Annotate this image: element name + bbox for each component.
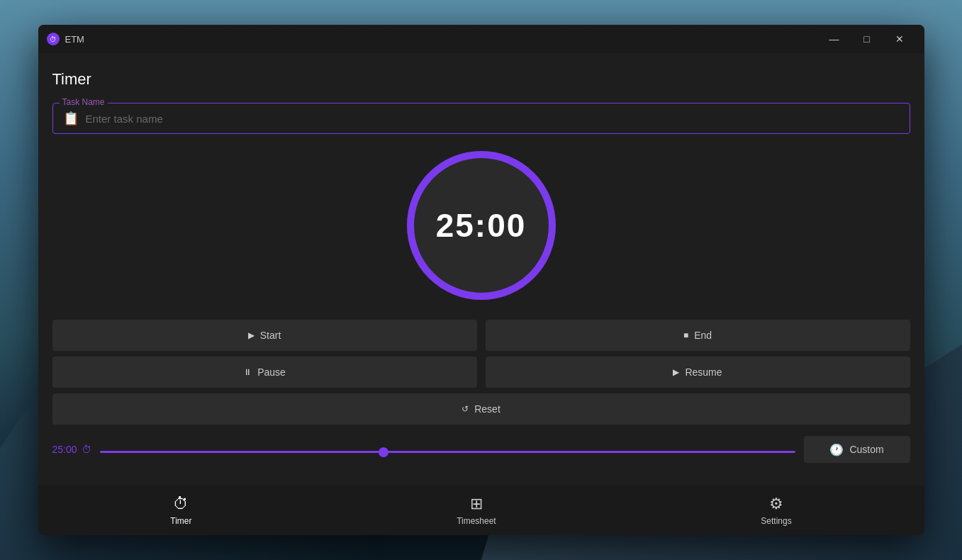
close-button[interactable]: ✕: [883, 28, 916, 50]
pause-button[interactable]: ⏸ Pause: [52, 357, 477, 388]
app-icon: ⏱: [47, 33, 60, 45]
titlebar-controls: — □ ✕: [818, 28, 916, 50]
maximize-button[interactable]: □: [851, 28, 883, 50]
task-icon: 📋: [63, 111, 79, 126]
main-content: Timer Task Name 📋 25:00 ▶ Start: [38, 53, 924, 486]
app-window: ⏱ ETM — □ ✕ Timer Task Name 📋 25:00: [38, 25, 924, 535]
titlebar-left: ⏱ ETM: [47, 33, 84, 45]
app-title-label: ETM: [65, 34, 84, 45]
start-label: Start: [260, 330, 281, 341]
reset-icon: ↺: [462, 404, 469, 414]
custom-clock-icon: 🕐: [829, 443, 844, 457]
resume-button[interactable]: ▶ Resume: [486, 357, 910, 388]
pause-icon: ⏸: [243, 367, 252, 377]
preset-clock-icon: ⏱: [82, 444, 91, 455]
resume-label: Resume: [685, 366, 722, 378]
start-icon: ▶: [248, 330, 255, 340]
timer-nav-label: Timer: [170, 516, 191, 526]
task-name-section: Task Name 📋: [52, 103, 910, 134]
timer-display: 25:00: [436, 206, 527, 245]
timer-circle-section: 25:00: [52, 151, 910, 300]
task-name-input-wrapper: 📋: [52, 103, 910, 134]
pause-label: Pause: [257, 366, 286, 378]
resume-icon: ▶: [673, 367, 679, 377]
settings-nav-label: Settings: [761, 516, 791, 526]
custom-label: Custom: [849, 444, 883, 455]
nav-item-timesheet[interactable]: ⊞ Timesheet: [440, 489, 513, 532]
controls-row-3: ↺ Reset: [52, 393, 910, 425]
preset-slider[interactable]: [100, 451, 795, 453]
settings-nav-icon: ⚙: [769, 495, 783, 513]
timer-nav-icon: ⏱: [173, 495, 189, 513]
controls-section: ▶ Start ■ End ⏸ Pause ▶ Resume: [52, 320, 910, 425]
timesheet-nav-icon: ⊞: [470, 495, 483, 513]
titlebar: ⏱ ETM — □ ✕: [38, 25, 924, 53]
custom-button[interactable]: 🕐 Custom: [804, 436, 910, 463]
task-name-input[interactable]: [86, 113, 900, 125]
timesheet-nav-label: Timesheet: [457, 516, 496, 526]
presets-section: 25:00 ⏱ 🕐 Custom: [52, 436, 910, 463]
nav-item-timer[interactable]: ⏱ Timer: [153, 489, 208, 532]
preset-default[interactable]: 25:00 ⏱: [52, 444, 91, 455]
end-label: End: [694, 330, 712, 341]
preset-slider-wrapper: [100, 443, 795, 456]
start-button[interactable]: ▶ Start: [52, 320, 477, 351]
controls-row-2: ⏸ Pause ▶ Resume: [52, 357, 910, 388]
controls-row-1: ▶ Start ■ End: [52, 320, 910, 351]
end-icon: ■: [683, 330, 688, 340]
bottom-nav: ⏱ Timer ⊞ Timesheet ⚙ Settings: [38, 486, 924, 535]
reset-button[interactable]: ↺ Reset: [52, 393, 910, 425]
nav-item-settings[interactable]: ⚙ Settings: [744, 489, 808, 532]
reset-label: Reset: [474, 403, 500, 415]
timer-circle: 25:00: [407, 151, 556, 300]
end-button[interactable]: ■ End: [486, 320, 910, 351]
app-icon-symbol: ⏱: [50, 35, 57, 43]
preset-time: 25:00: [52, 444, 77, 455]
minimize-button[interactable]: —: [818, 28, 851, 50]
page-title: Timer: [52, 70, 910, 89]
task-name-label: Task Name: [60, 97, 108, 107]
